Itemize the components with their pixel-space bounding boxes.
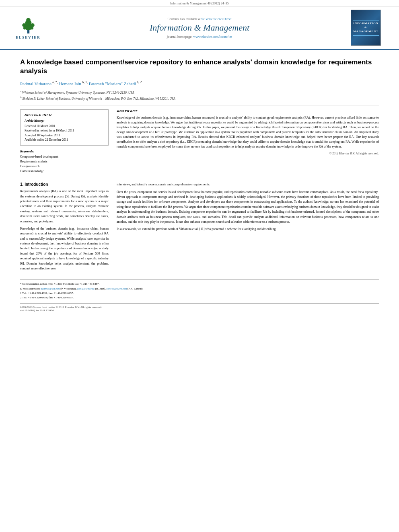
journal-ref-text: Information & Management 49 (2012) 24–35 [170,2,229,5]
email-link-3[interactable]: zahedi@uwm.edu [107,287,127,290]
title-divider [20,105,379,105]
history-item-4: Available online 22 December 2011 [25,138,104,142]
note-2: 2 Tel.: +1 414 229 6454; fax: +1 414 229… [20,296,379,300]
journal-homepage: journal homepage: www.elsevier.com/locat… [48,35,351,39]
email-link-1[interactable]: padmal@syr.edu [41,287,60,290]
cover-title-text: INFORMATION&MANAGEMENT [353,22,378,33]
author-2: Hemant Jain [59,81,81,86]
article-footer: 0378-7206/$ – see front matter © 2012 El… [20,303,379,312]
keywords-section: Keywords: Component-based development Re… [20,150,109,174]
article-info-title: ARTICLE INFO [25,113,104,117]
body-right-column: interviews, and identify more accurate a… [117,182,379,273]
note-1: 1 Tel.: +1 414 229 4832; fax: +1 414 229… [20,291,379,296]
article-title: A knowledge based component/service repo… [20,58,379,76]
section-header: 1. Introduction [20,182,109,187]
abstract-divider [20,178,379,178]
right-paragraph-1: interviews, and identify more accurate a… [117,182,379,187]
footer-divider [20,279,379,280]
affiliation-a: a Whitman School of Management, Syracuse… [20,89,379,95]
article-info-abstract-row: ARTICLE INFO Article history: Received 1… [20,109,379,174]
svg-point-3 [26,18,31,22]
intro-paragraph-2: Knowledge of the business domain (e.g., … [20,226,109,271]
abstract-title: ABSTRACT [117,109,379,113]
email-note: E-mail addresses: padmal@syr.edu (P. Vit… [20,287,379,291]
keyword-2: Requirements analysis [20,159,109,164]
cover-bar-2 [353,35,379,36]
keyword-3: Design research [20,164,109,169]
journal-cover-image: INFORMATION&MANAGEMENT [351,10,381,46]
svg-point-6 [23,27,26,29]
abstract-text: Knowledge of the business domain (e.g., … [117,115,379,149]
journal-info-center: Contents lists available at SciVerse Sci… [48,17,351,39]
elsevier-brand-text: ELSEVIER [16,35,41,39]
affiliations: a Whitman School of Management, Syracuse… [20,89,379,101]
publisher-logo-area: ELSEVIER [8,16,48,39]
history-item-3: Accepted 18 September 2011 [25,133,104,138]
article-info-column: ARTICLE INFO Article history: Received 1… [20,109,109,174]
homepage-url[interactable]: www.elsevier.com/locate/im [193,35,232,39]
journal-cover-area: INFORMATION&MANAGEMENT [351,10,391,46]
body-left-column: 1. Introduction Requirements analysis (R… [20,182,109,273]
sciverse-line: Contents lists available at SciVerse Sci… [48,17,351,21]
right-paragraph-2: Over the years, component and service-ba… [117,190,379,225]
section-title: Introduction [25,182,48,187]
copyright-line: © 2012 Elsevier B.V. All rights reserved… [117,152,379,155]
author-1: Padmal Vitharana [20,81,51,86]
right-paragraph-3: In our research, we extend the previous … [117,227,379,232]
journal-reference-bar: Information & Management 49 (2012) 24–35 [0,0,399,6]
email-link-2[interactable]: jain@uwm.edu [77,287,95,290]
article-history-label: Article history: [25,119,104,123]
issn-line: 0378-7206/$ – see front matter © 2012 El… [20,306,379,309]
svg-point-7 [30,27,33,29]
journal-title: Information & Management [48,23,351,33]
author-1-sup: a, *, [51,80,58,84]
svg-point-4 [22,23,26,27]
authors-line: Padmal Vitharana a, *, Hemant Jain b, 1,… [20,80,379,86]
svg-point-5 [31,23,34,27]
doi-line: doi:10.1016/j.im.2011.12.004 [20,309,379,312]
body-section: 1. Introduction Requirements analysis (R… [20,182,379,273]
history-item-1: Received 10 March 2010 [25,124,104,128]
article-info-box: ARTICLE INFO Article history: Received 1… [20,109,109,146]
email-label: E-mail addresses: [20,287,40,290]
abstract-column: ABSTRACT Knowledge of the business domai… [117,109,379,174]
elsevier-tree-icon [17,16,39,35]
keywords-label: Keywords: [20,150,109,153]
corresponding-note: * Corresponding author. Tel.: +1 315 443… [20,282,379,286]
keyword-1: Component-based development [20,154,109,159]
elsevier-logo: ELSEVIER [8,16,48,39]
author-3-sup: b, 2 [136,80,142,84]
keyword-4: Domain knowledge [20,169,109,174]
affiliation-b: b Sheldon B. Lubar School of Business, U… [20,95,379,101]
footer-notes: * Corresponding author. Tel.: +1 315 443… [20,282,379,300]
article-container: A knowledge based component/service repo… [0,50,399,320]
author-3: Fatemeh "Mariam" Zahedi [89,81,136,86]
history-item-2: Received in revised form 16 March 2011 [25,128,104,133]
intro-paragraph-1: Requirements analysis (RA) is one of the… [20,189,109,224]
section-number: 1. [20,182,23,187]
journal-header: ELSEVIER Contents lists available at Sci… [0,6,399,50]
author-2-sup: b, 1, [81,80,88,84]
sciverse-link[interactable]: SciVerse ScienceDirect [202,17,232,21]
cover-bar [353,20,379,21]
